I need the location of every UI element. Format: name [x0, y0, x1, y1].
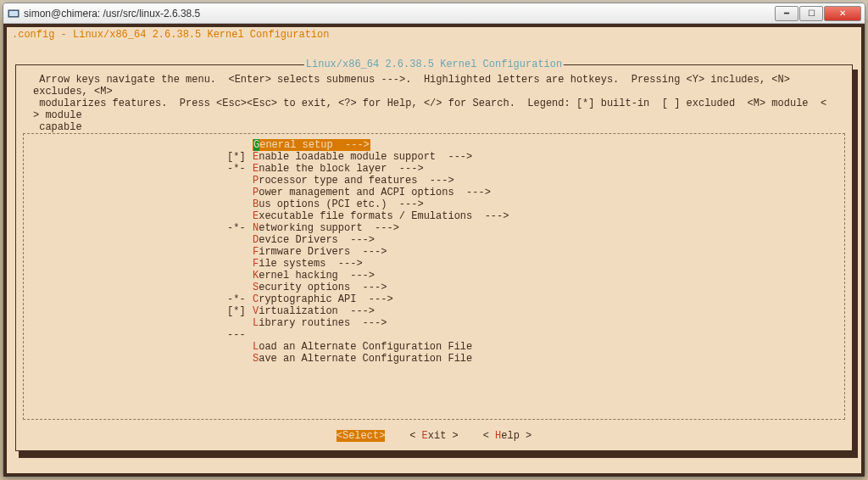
menu-marker — [227, 270, 253, 282]
menu-label: Processor type and features ---> — [253, 175, 454, 187]
menu-item[interactable]: [*]Enable loadable module support ---> — [227, 151, 844, 163]
menu-item[interactable]: General setup ---> — [227, 139, 844, 151]
minimize-button[interactable]: ━ — [775, 6, 798, 21]
menu-item[interactable]: Device Drivers ---> — [227, 234, 844, 246]
svg-rect-1 — [9, 11, 18, 16]
menu-marker — [227, 210, 253, 222]
menu-label: Device Drivers ---> — [253, 234, 375, 246]
dialog-title: Linux/x86_64 2.6.38.5 Kernel Configurati… — [304, 59, 564, 70]
menu-item[interactable]: Processor type and features ---> — [227, 175, 844, 187]
menu-marker — [227, 258, 253, 270]
putty-icon — [7, 7, 20, 20]
menu-label: Load an Alternate Configuration File — [253, 341, 472, 353]
menu-item[interactable]: -*-Cryptographic API ---> — [227, 293, 844, 305]
menu-marker — [227, 187, 253, 198]
menu-item[interactable]: --- — [227, 329, 844, 341]
menu-item[interactable]: Library routines ---> — [227, 317, 844, 329]
menu-item[interactable]: [*]Virtualization ---> — [227, 305, 844, 317]
menu-item[interactable]: Security options ---> — [227, 282, 844, 293]
menu-marker: [*] — [227, 151, 253, 163]
menu-marker: -*- — [227, 293, 253, 305]
menu-item[interactable]: -*-Networking support ---> — [227, 222, 844, 234]
help-text: Arrow keys navigate the menu. <Enter> se… — [16, 65, 852, 138]
help-button[interactable]: < Help > — [483, 430, 532, 442]
menu-marker — [227, 198, 253, 210]
menu-marker: [*] — [227, 305, 253, 317]
menu-marker — [227, 234, 253, 246]
menu-label: Enable loadable module support ---> — [253, 151, 472, 163]
menu-marker: -*- — [227, 163, 253, 175]
menu-marker — [227, 175, 253, 187]
terminal[interactable]: .config - Linux/x86_64 2.6.38.5 Kernel C… — [7, 27, 861, 473]
menu-item[interactable]: Save an Alternate Configuration File — [227, 353, 844, 365]
exit-button[interactable]: < Exit > — [409, 430, 459, 442]
terminal-area: .config - Linux/x86_64 2.6.38.5 Kernel C… — [3, 24, 865, 477]
menu-item[interactable]: Power management and ACPI options ---> — [227, 187, 844, 198]
menu-label: Save an Alternate Configuration File — [253, 353, 472, 365]
putty-window: simon@chimera: /usr/src/linux-2.6.38.5 ━… — [3, 3, 865, 477]
config-header: .config - Linux/x86_64 2.6.38.5 Kernel C… — [7, 27, 861, 42]
menu-marker: -*- — [227, 222, 253, 234]
window-title: simon@chimera: /usr/src/linux-2.6.38.5 — [24, 8, 774, 20]
menu-label: Power management and ACPI options ---> — [253, 187, 491, 198]
menu-label: Enable the block layer ---> — [253, 163, 424, 175]
menu-label: Kernel hacking ---> — [253, 270, 375, 282]
menu-marker — [227, 353, 253, 365]
menu-list: General setup --->[*]Enable loadable mod… — [227, 139, 844, 365]
maximize-button[interactable]: ☐ — [799, 6, 823, 21]
window-controls: ━ ☐ ✕ — [774, 6, 861, 21]
menu-marker — [227, 341, 253, 353]
menu-item[interactable]: Bus options (PCI etc.) ---> — [227, 198, 844, 210]
menu-box: General setup --->[*]Enable loadable mod… — [23, 133, 845, 420]
menu-item[interactable]: Firmware Drivers ---> — [227, 246, 844, 258]
menu-label: Security options ---> — [253, 282, 387, 293]
close-button[interactable]: ✕ — [824, 6, 861, 21]
menu-item[interactable]: Load an Alternate Configuration File — [227, 341, 844, 353]
menu-marker — [227, 282, 253, 293]
select-button[interactable]: <Select> — [337, 430, 386, 442]
button-bar: <Select> < Exit > < Help > — [16, 430, 852, 442]
main-dialog: Linux/x86_64 2.6.38.5 Kernel Configurati… — [15, 64, 853, 451]
menu-label: Virtualization ---> — [253, 305, 375, 317]
menu-marker — [227, 139, 253, 151]
menu-marker — [227, 317, 253, 329]
menu-label: Bus options (PCI etc.) ---> — [253, 198, 424, 210]
menu-label: Networking support ---> — [253, 222, 399, 234]
menu-label: Executable file formats / Emulations ---… — [253, 210, 509, 222]
menu-label: Library routines ---> — [253, 317, 387, 329]
menu-label: File systems ---> — [253, 258, 363, 270]
menu-item[interactable]: -*-Enable the block layer ---> — [227, 163, 844, 175]
menu-item[interactable]: Executable file formats / Emulations ---… — [227, 210, 844, 222]
menu-label: General setup ---> — [253, 139, 370, 151]
menu-label: Firmware Drivers ---> — [253, 246, 387, 258]
titlebar: simon@chimera: /usr/src/linux-2.6.38.5 ━… — [3, 3, 865, 24]
menu-marker — [227, 246, 253, 258]
menu-item[interactable]: File systems ---> — [227, 258, 844, 270]
menu-label: Cryptographic API ---> — [253, 293, 393, 305]
menu-marker: --- — [227, 329, 253, 341]
menu-item[interactable]: Kernel hacking ---> — [227, 270, 844, 282]
